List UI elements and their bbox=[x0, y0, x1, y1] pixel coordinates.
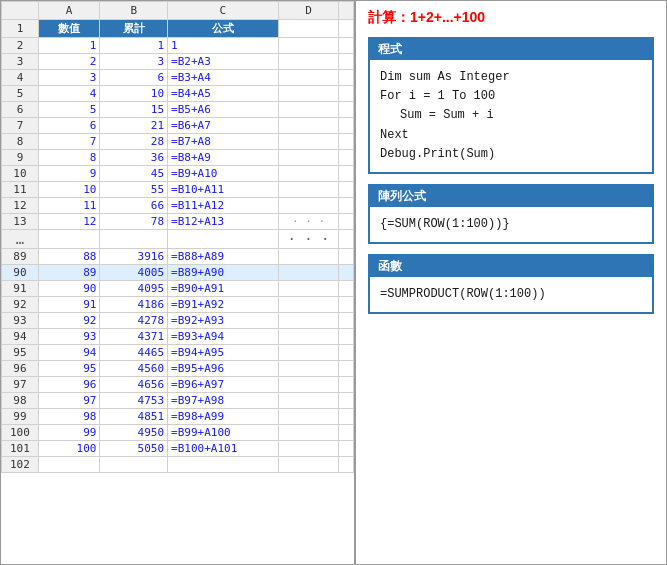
right-panel: 計算：1+2+...+100 程式 Dim sum As Integer For… bbox=[356, 1, 666, 564]
table-row[interactable]: 102 bbox=[2, 457, 354, 473]
array-formula-box: 陣列公式 {=SUM(ROW(1:100))} bbox=[368, 184, 654, 244]
code-box-body: Dim sum As Integer For i = 1 To 100 Sum … bbox=[370, 60, 652, 172]
ellipsis-row: … · · · bbox=[2, 230, 354, 249]
code-line-1: Dim sum As Integer bbox=[380, 68, 642, 87]
row-number: 1 bbox=[2, 20, 39, 38]
function-formula-value: =SUMPRODUCT(ROW(1:100)) bbox=[380, 285, 642, 304]
table-row[interactable]: 93924278=B92+A93 bbox=[2, 313, 354, 329]
code-line-3: Sum = Sum + i bbox=[400, 106, 642, 125]
main-container: A B C D 1 數值 累計 公式 2111 bbox=[0, 0, 667, 565]
col-b-header: B bbox=[100, 2, 168, 20]
table-row[interactable]: 131278=B12+A13· · · bbox=[2, 214, 354, 230]
table-row[interactable]: 111055=B10+A11 bbox=[2, 182, 354, 198]
table-row[interactable]: 94934371=B93+A94 bbox=[2, 329, 354, 345]
table-row[interactable]: 95944465=B94+A95 bbox=[2, 345, 354, 361]
table-row[interactable]: 92914186=B91+A92 bbox=[2, 297, 354, 313]
table-row[interactable]: 7621=B6+A7 bbox=[2, 118, 354, 134]
table-row[interactable]: 89883916=B88+A89 bbox=[2, 249, 354, 265]
calc-title: 計算：1+2+...+100 bbox=[368, 9, 654, 27]
col-e-header bbox=[339, 2, 354, 20]
table-row[interactable]: 96954560=B95+A96 bbox=[2, 361, 354, 377]
ellipsis-cell: · · · bbox=[278, 214, 338, 230]
col-a-header: A bbox=[38, 2, 100, 20]
col-c-header: C bbox=[168, 2, 279, 20]
cell-e1 bbox=[339, 20, 354, 38]
table-row[interactable]: 100994950=B99+A100 bbox=[2, 425, 354, 441]
cell-c1[interactable]: 公式 bbox=[168, 20, 279, 38]
cell-a1[interactable]: 數值 bbox=[38, 20, 100, 38]
table-row[interactable]: 6515=B5+A6 bbox=[2, 102, 354, 118]
col-header-row: A B C D bbox=[2, 2, 354, 20]
table-row[interactable]: 1 數值 累計 公式 bbox=[2, 20, 354, 38]
col-d-header: D bbox=[278, 2, 338, 20]
table-row[interactable]: 98974753=B97+A98 bbox=[2, 393, 354, 409]
code-line-2: For i = 1 To 100 bbox=[380, 87, 642, 106]
spreadsheet-area: A B C D 1 數值 累計 公式 2111 bbox=[1, 1, 356, 564]
function-box: 函數 =SUMPRODUCT(ROW(1:100)) bbox=[368, 254, 654, 314]
array-formula-box-header: 陣列公式 bbox=[370, 186, 652, 207]
table-row[interactable]: 1011005050=B100+A101 bbox=[2, 441, 354, 457]
table-row[interactable]: 9836=B8+A9 bbox=[2, 150, 354, 166]
function-box-header: 函數 bbox=[370, 256, 652, 277]
code-box-header: 程式 bbox=[370, 39, 652, 60]
table-row[interactable]: 323=B2+A3 bbox=[2, 54, 354, 70]
table-row[interactable]: 90894005=B89+A90 bbox=[2, 265, 354, 281]
function-box-body: =SUMPRODUCT(ROW(1:100)) bbox=[370, 277, 652, 312]
code-line-4: Next bbox=[380, 126, 642, 145]
table-row[interactable]: 10945=B9+A10 bbox=[2, 166, 354, 182]
cell-b1[interactable]: 累計 bbox=[100, 20, 168, 38]
table-row[interactable]: 5410=B4+A5 bbox=[2, 86, 354, 102]
corner-cell bbox=[2, 2, 39, 20]
array-formula-body: {=SUM(ROW(1:100))} bbox=[370, 207, 652, 242]
table-row[interactable]: 99984851=B98+A99 bbox=[2, 409, 354, 425]
data-table: A B C D 1 數值 累計 公式 2111 bbox=[1, 1, 354, 473]
table-row[interactable]: 436=B3+A4 bbox=[2, 70, 354, 86]
table-row[interactable]: 97964656=B96+A97 bbox=[2, 377, 354, 393]
table-row[interactable]: 8728=B7+A8 bbox=[2, 134, 354, 150]
array-formula-value: {=SUM(ROW(1:100))} bbox=[380, 215, 642, 234]
table-row[interactable]: 2111 bbox=[2, 38, 354, 54]
table-row[interactable]: 91904095=B90+A91 bbox=[2, 281, 354, 297]
cell-d1 bbox=[278, 20, 338, 38]
table-row[interactable]: 121166=B11+A12 bbox=[2, 198, 354, 214]
code-line-5: Debug.Print(Sum) bbox=[380, 145, 642, 164]
code-box: 程式 Dim sum As Integer For i = 1 To 100 S… bbox=[368, 37, 654, 174]
